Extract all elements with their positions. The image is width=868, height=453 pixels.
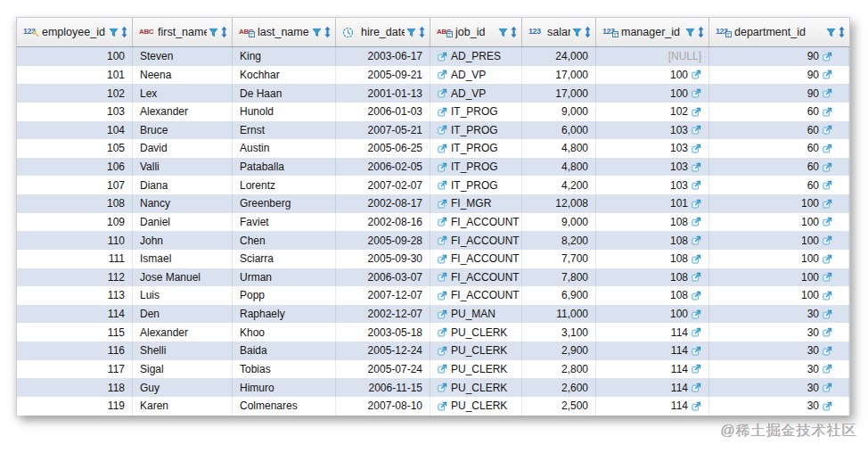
- cell-job_id[interactable]: FI_ACCOUNT: [430, 250, 522, 268]
- cell-hire_date[interactable]: 2006-11-15: [336, 378, 430, 397]
- cell-employee_id[interactable]: 115: [17, 323, 133, 342]
- cell-department_id[interactable]: 90: [709, 84, 849, 103]
- cell-employee_id[interactable]: 103: [17, 103, 133, 121]
- cell-department_id[interactable]: 60: [709, 139, 849, 158]
- cell-department_id[interactable]: 30: [709, 378, 849, 397]
- cell-job_id[interactable]: AD_PRES: [430, 47, 522, 66]
- foreign-key-link-icon[interactable]: [692, 217, 701, 226]
- column-header-employee_id[interactable]: 123employee_id: [17, 18, 133, 46]
- cell-job_id[interactable]: PU_CLERK: [430, 323, 522, 342]
- cell-manager_id[interactable]: 114: [596, 360, 709, 379]
- foreign-key-link-icon[interactable]: [438, 383, 447, 392]
- cell-employee_id[interactable]: 108: [17, 194, 133, 213]
- cell-salary[interactable]: 2,900: [522, 342, 596, 360]
- cell-first_name[interactable]: Den: [133, 305, 233, 324]
- cell-manager_id[interactable]: 108: [596, 268, 709, 287]
- cell-department_id[interactable]: 100: [709, 286, 849, 305]
- cell-manager_id[interactable]: 100: [596, 305, 709, 324]
- cell-hire_date[interactable]: 2007-02-07: [336, 176, 430, 194]
- foreign-key-link-icon[interactable]: [438, 272, 447, 282]
- cell-hire_date[interactable]: 2002-08-17: [336, 194, 430, 213]
- foreign-key-link-icon[interactable]: [823, 88, 832, 98]
- cell-department_id[interactable]: 100: [709, 194, 849, 213]
- cell-last_name[interactable]: Austin: [233, 139, 336, 158]
- cell-salary[interactable]: 6,000: [522, 121, 596, 140]
- column-header-hire_date[interactable]: hire_date: [336, 18, 430, 46]
- cell-job_id[interactable]: IT_PROG: [430, 158, 522, 177]
- cell-last_name[interactable]: Pataballa: [233, 158, 336, 177]
- cell-hire_date[interactable]: 2005-06-25: [336, 139, 430, 158]
- cell-hire_date[interactable]: 2003-06-17: [336, 47, 430, 66]
- cell-salary[interactable]: 2,800: [522, 360, 596, 379]
- foreign-key-link-icon[interactable]: [823, 309, 832, 319]
- foreign-key-link-icon[interactable]: [823, 144, 832, 153]
- cell-manager_id[interactable]: 114: [596, 397, 709, 416]
- foreign-key-link-icon[interactable]: [438, 235, 447, 245]
- cell-job_id[interactable]: FI_ACCOUNT: [430, 268, 522, 287]
- foreign-key-link-icon[interactable]: [823, 383, 832, 392]
- column-header-department_id[interactable]: 123department_id: [709, 18, 849, 46]
- cell-employee_id[interactable]: 102: [17, 84, 133, 103]
- cell-employee_id[interactable]: 117: [17, 360, 133, 379]
- cell-employee_id[interactable]: 104: [17, 121, 133, 140]
- cell-hire_date[interactable]: 2001-01-13: [336, 84, 430, 103]
- cell-first_name[interactable]: Diana: [133, 176, 233, 194]
- cell-manager_id[interactable]: 108: [596, 250, 709, 268]
- foreign-key-link-icon[interactable]: [823, 401, 832, 411]
- sort-icon[interactable]: [510, 26, 518, 38]
- cell-employee_id[interactable]: 116: [17, 342, 133, 360]
- cell-employee_id[interactable]: 114: [17, 305, 133, 324]
- cell-department_id[interactable]: 60: [709, 158, 849, 177]
- cell-job_id[interactable]: FI_ACCOUNT: [430, 286, 522, 305]
- column-header-last_name[interactable]: ABClast_name: [233, 18, 336, 46]
- foreign-key-link-icon[interactable]: [823, 272, 832, 282]
- foreign-key-link-icon[interactable]: [692, 327, 701, 337]
- cell-hire_date[interactable]: 2005-09-28: [336, 231, 430, 250]
- foreign-key-link-icon[interactable]: [438, 327, 447, 337]
- cell-first_name[interactable]: Luis: [133, 286, 233, 305]
- cell-employee_id[interactable]: 105: [17, 139, 133, 158]
- cell-department_id[interactable]: 90: [709, 66, 849, 85]
- foreign-key-link-icon[interactable]: [438, 144, 447, 153]
- cell-first_name[interactable]: Alexander: [133, 103, 233, 121]
- cell-hire_date[interactable]: 2002-12-07: [336, 305, 430, 324]
- cell-last_name[interactable]: Lorentz: [233, 176, 336, 194]
- cell-last_name[interactable]: Sciarra: [233, 250, 336, 268]
- cell-hire_date[interactable]: 2007-05-21: [336, 121, 430, 140]
- cell-salary[interactable]: 6,900: [522, 286, 596, 305]
- cell-manager_id[interactable]: 103: [596, 158, 709, 177]
- cell-salary[interactable]: 9,000: [522, 103, 596, 121]
- cell-department_id[interactable]: 60: [709, 103, 849, 121]
- cell-last_name[interactable]: Tobias: [233, 360, 336, 379]
- sort-icon[interactable]: [120, 26, 128, 38]
- foreign-key-link-icon[interactable]: [692, 199, 701, 209]
- cell-department_id[interactable]: 30: [709, 323, 849, 342]
- cell-salary[interactable]: 8,200: [522, 231, 596, 250]
- cell-department_id[interactable]: 60: [709, 121, 849, 140]
- cell-employee_id[interactable]: 100: [17, 47, 133, 66]
- cell-first_name[interactable]: John: [133, 231, 233, 250]
- foreign-key-link-icon[interactable]: [692, 309, 701, 319]
- cell-employee_id[interactable]: 107: [17, 176, 133, 194]
- cell-first_name[interactable]: David: [133, 139, 233, 158]
- foreign-key-link-icon[interactable]: [438, 180, 447, 190]
- foreign-key-link-icon[interactable]: [692, 70, 701, 79]
- cell-manager_id[interactable]: 114: [596, 323, 709, 342]
- cell-hire_date[interactable]: 2007-12-07: [336, 286, 430, 305]
- cell-job_id[interactable]: PU_CLERK: [430, 397, 522, 416]
- foreign-key-link-icon[interactable]: [692, 383, 701, 392]
- foreign-key-link-icon[interactable]: [438, 364, 447, 374]
- cell-manager_id[interactable]: 108: [596, 231, 709, 250]
- filter-icon[interactable]: [498, 28, 508, 37]
- cell-employee_id[interactable]: 118: [17, 378, 133, 397]
- cell-employee_id[interactable]: 101: [17, 66, 133, 85]
- foreign-key-link-icon[interactable]: [692, 125, 701, 135]
- column-header-job_id[interactable]: ABCjob_id: [430, 18, 522, 46]
- foreign-key-link-icon[interactable]: [692, 144, 701, 153]
- foreign-key-link-icon[interactable]: [438, 291, 447, 301]
- cell-first_name[interactable]: Ismael: [133, 250, 233, 268]
- cell-salary[interactable]: 12,008: [522, 194, 596, 213]
- column-header-first_name[interactable]: ABCfirst_name: [133, 18, 233, 46]
- sort-icon[interactable]: [838, 26, 846, 38]
- foreign-key-link-icon[interactable]: [438, 346, 447, 356]
